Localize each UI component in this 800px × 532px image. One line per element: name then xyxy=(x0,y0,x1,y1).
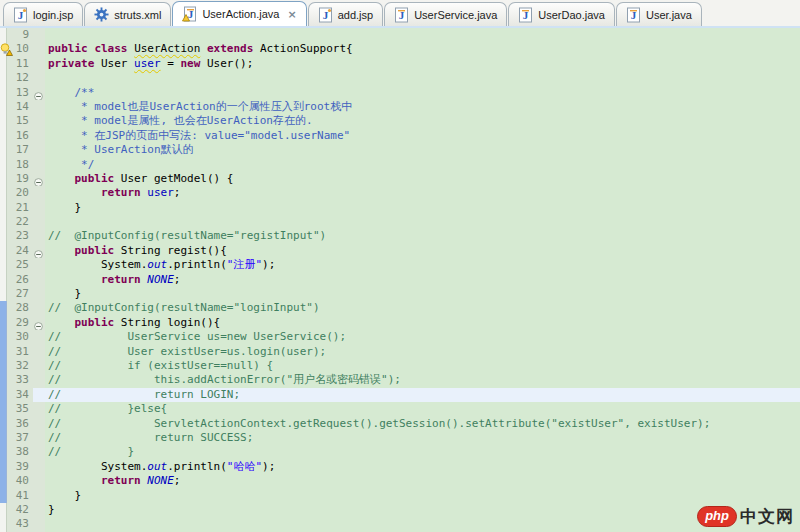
marker-column-cell xyxy=(0,57,7,71)
marker-column-cell xyxy=(0,201,7,215)
code-line[interactable]: 32// if (existUser==null) { xyxy=(0,359,800,373)
marker-column-cell xyxy=(0,71,7,85)
code-text: public User getModel() { xyxy=(45,172,800,186)
tab-label: UserDao.java xyxy=(538,9,605,21)
marker-column-cell xyxy=(0,129,7,143)
fold-column-cell xyxy=(33,172,45,186)
code-line[interactable]: 19 public User getModel() { xyxy=(0,172,800,186)
code-text: System.out.println("注册"); xyxy=(45,258,800,272)
code-line[interactable]: 35// }else{ xyxy=(0,402,800,416)
tab-label: User.java xyxy=(646,9,692,21)
tab-user-java[interactable]: JUser.java xyxy=(616,2,702,26)
tab-label: login.jsp xyxy=(33,9,73,21)
code-line[interactable]: 43 xyxy=(0,517,800,531)
fold-column-cell xyxy=(33,57,45,71)
code-line[interactable]: 39 System.out.println("哈哈"); xyxy=(0,460,800,474)
fold-column-cell xyxy=(33,517,45,531)
fold-column-cell xyxy=(33,158,45,172)
marker-column-cell xyxy=(0,431,7,445)
marker-column-cell xyxy=(0,28,7,42)
java-file-icon: J xyxy=(626,7,641,23)
line-number: 37 xyxy=(7,431,33,445)
code-text: /** xyxy=(45,86,800,100)
line-number: 20 xyxy=(7,186,33,200)
fold-column-cell xyxy=(33,373,45,387)
code-line[interactable]: 40 return NONE; xyxy=(0,474,800,488)
marker-column-cell xyxy=(0,316,7,330)
code-line[interactable]: 30// UserService us=new UserService(); xyxy=(0,330,800,344)
tab-label: UserAction.java xyxy=(202,8,279,20)
warning-bulb-icon[interactable] xyxy=(0,43,13,56)
line-number: 34 xyxy=(7,388,33,402)
code-line[interactable]: 24 public String regist(){ xyxy=(0,244,800,258)
code-line[interactable]: 29 public String login(){ xyxy=(0,316,800,330)
code-line[interactable]: 13 /** xyxy=(0,86,800,100)
code-line[interactable]: 27 } xyxy=(0,287,800,301)
fold-column-cell xyxy=(33,273,45,287)
tab-useraction-java[interactable]: JUserAction.java× xyxy=(172,1,306,26)
tab-add-jsp[interactable]: Jadd.jsp xyxy=(308,2,383,26)
tab-userdao-java[interactable]: JUserDao.java xyxy=(508,2,615,26)
fold-column-cell xyxy=(33,258,45,272)
code-line[interactable]: 38// } xyxy=(0,445,800,459)
code-line[interactable]: 25 System.out.println("注册"); xyxy=(0,258,800,272)
code-line[interactable]: 31// User existUser=us.login(user); xyxy=(0,345,800,359)
code-line[interactable]: 15 * model是属性, 也会在UserAction存在的. xyxy=(0,114,800,128)
java-file-warning-icon: J xyxy=(182,6,197,22)
code-line[interactable]: 18 */ xyxy=(0,158,800,172)
collapse-minus-icon[interactable] xyxy=(34,89,43,98)
code-line[interactable]: 37// return SUCCESS; xyxy=(0,431,800,445)
code-text: } xyxy=(45,489,800,503)
line-number: 17 xyxy=(7,143,33,157)
php-logo-badge: php xyxy=(697,506,737,527)
fold-column-cell xyxy=(33,229,45,243)
marker-column-cell xyxy=(0,517,7,531)
code-line[interactable]: 10public class UserAction extends Action… xyxy=(0,42,800,56)
fold-column-cell xyxy=(33,201,45,215)
code-text: // return SUCCESS; xyxy=(45,431,800,445)
tab-login-jsp[interactable]: Jlogin.jsp xyxy=(3,2,83,26)
code-line[interactable]: 22 xyxy=(0,215,800,229)
code-text: } xyxy=(45,201,800,215)
line-number: 43 xyxy=(7,517,33,531)
marker-column-cell xyxy=(0,42,7,56)
code-line[interactable]: 34// return LOGIN; xyxy=(0,388,800,402)
code-line[interactable]: 11private User user = new User(); xyxy=(0,57,800,71)
tab-close-icon[interactable]: × xyxy=(287,8,296,21)
line-number: 19 xyxy=(7,172,33,186)
fold-column-cell xyxy=(33,445,45,459)
code-line[interactable]: 12 xyxy=(0,71,800,85)
code-line[interactable]: 20 return user; xyxy=(0,186,800,200)
tab-label: struts.xml xyxy=(114,9,161,21)
collapse-minus-icon[interactable] xyxy=(34,175,43,184)
fold-column-cell xyxy=(33,301,45,315)
code-line[interactable]: 9 xyxy=(0,28,800,42)
code-line[interactable]: 33// this.addActionError("用户名或密码错误"); xyxy=(0,373,800,387)
code-line[interactable]: 17 * UserAction默认的 xyxy=(0,143,800,157)
code-line[interactable]: 26 return NONE; xyxy=(0,273,800,287)
tab-struts-xml[interactable]: struts.xml xyxy=(84,2,171,26)
code-line[interactable]: 42} xyxy=(0,503,800,517)
marker-column-cell xyxy=(0,503,7,517)
line-number: 40 xyxy=(7,474,33,488)
editor-tab-bar: Jlogin.jspstruts.xmlJUserAction.java×Jad… xyxy=(0,0,800,28)
fold-column-cell xyxy=(33,316,45,330)
code-line[interactable]: 28// @InputConfig(resultName="loginInput… xyxy=(0,301,800,315)
line-number: 25 xyxy=(7,258,33,272)
line-number: 24 xyxy=(7,244,33,258)
code-line[interactable]: 36// ServletActionContext.getRequest().g… xyxy=(0,417,800,431)
code-text: // this.addActionError("用户名或密码错误"); xyxy=(45,373,800,387)
code-line[interactable]: 41 } xyxy=(0,489,800,503)
collapse-minus-icon[interactable] xyxy=(34,319,43,328)
tab-userservice-java[interactable]: JUserService.java xyxy=(384,2,507,26)
collapse-minus-icon[interactable] xyxy=(34,247,43,256)
code-text: // return LOGIN; xyxy=(45,388,800,402)
code-text: // UserService us=new UserService(); xyxy=(45,330,800,344)
code-line[interactable]: 23// @InputConfig(resultName="registInpu… xyxy=(0,229,800,243)
code-line[interactable]: 16 * 在JSP的页面中写法: value="model.userName" xyxy=(0,129,800,143)
marker-column-cell xyxy=(0,172,7,186)
tab-label: add.jsp xyxy=(338,9,373,21)
code-line[interactable]: 21 } xyxy=(0,201,800,215)
code-line[interactable]: 14 * model也是UserAction的一个属性压入到root栈中 xyxy=(0,100,800,114)
code-text: public String login(){ xyxy=(45,316,800,330)
